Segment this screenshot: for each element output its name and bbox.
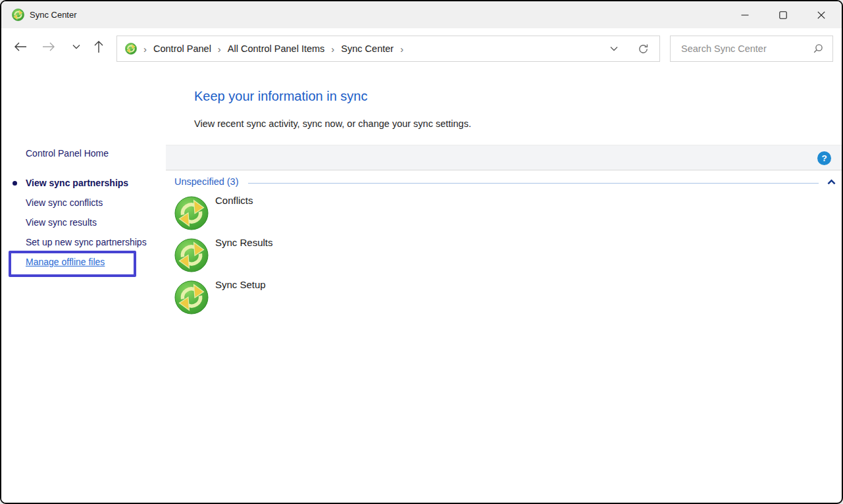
sync-center-app-icon <box>12 9 24 21</box>
refresh-icon <box>638 43 649 55</box>
breadcrumb-separator: › <box>137 43 153 55</box>
sidebar: Control Panel Home View sync partnership… <box>1 65 166 503</box>
breadcrumb: › Control Panel › All Control Panel Item… <box>116 36 660 62</box>
list-item-label: Conflicts <box>215 195 253 206</box>
sync-icon <box>174 280 209 315</box>
breadcrumb-item-all-control-panel-items[interactable]: All Control Panel Items <box>228 43 324 54</box>
titlebar: Sync Center <box>1 1 842 28</box>
sidebar-item-manage-offline-files[interactable]: Manage offline files <box>26 257 105 267</box>
collapse-group-button[interactable] <box>825 176 837 186</box>
sync-center-window: Sync Center › Cont <box>0 0 843 504</box>
help-icon: ? <box>821 153 827 163</box>
breadcrumb-item-sync-center[interactable]: Sync Center <box>341 43 394 54</box>
breadcrumb-separator: › <box>324 43 341 55</box>
search-box <box>670 36 833 62</box>
breadcrumb-item-control-panel[interactable]: Control Panel <box>153 43 211 54</box>
minimize-button[interactable] <box>726 1 764 28</box>
list-item-sync-setup[interactable]: Sync Setup <box>174 279 451 316</box>
close-icon <box>817 11 825 19</box>
breadcrumb-separator: › <box>211 43 228 55</box>
chevron-up-icon <box>827 178 836 185</box>
list-item-label: Sync Results <box>215 237 273 248</box>
sync-center-location-icon <box>125 43 137 55</box>
chevron-down-icon <box>72 44 80 49</box>
command-toolbar <box>166 145 842 170</box>
forward-arrow-icon <box>42 41 55 52</box>
maximize-button[interactable] <box>764 1 802 28</box>
previous-locations-button[interactable] <box>604 39 624 58</box>
forward-button[interactable] <box>38 38 60 56</box>
up-button[interactable] <box>88 38 110 56</box>
page-title: Keep your information in sync <box>194 89 367 104</box>
chevron-down-icon <box>610 46 618 51</box>
list-item-conflicts[interactable]: Conflicts <box>174 195 451 232</box>
list-item-label: Sync Setup <box>215 279 266 290</box>
recent-locations-button[interactable] <box>65 38 88 56</box>
window-title: Sync Center <box>30 10 77 20</box>
breadcrumb-separator: › <box>394 43 410 55</box>
page-subtitle: View recent sync activity, sync now, or … <box>194 118 471 129</box>
maximize-icon <box>779 11 787 19</box>
sync-icon <box>174 238 209 272</box>
group-header-unspecified: Unspecified (3) <box>174 176 239 187</box>
search-input[interactable] <box>671 43 813 54</box>
caption-buttons <box>726 1 840 28</box>
sidebar-item-view-sync-conflicts[interactable]: View sync conflicts <box>26 197 103 208</box>
sync-icon <box>174 196 209 230</box>
back-button[interactable] <box>9 38 32 56</box>
search-icon[interactable] <box>813 43 823 54</box>
sidebar-item-set-up-new-sync-partnerships[interactable]: Set up new sync partnerships <box>26 237 147 247</box>
refresh-button[interactable] <box>633 39 653 58</box>
sidebar-item-view-sync-results[interactable]: View sync results <box>26 217 97 228</box>
group-divider-line <box>248 183 819 184</box>
list-item-sync-results[interactable]: Sync Results <box>174 237 451 274</box>
help-button[interactable]: ? <box>817 151 831 165</box>
up-arrow-icon <box>93 40 104 53</box>
active-item-bullet-icon <box>13 181 17 186</box>
close-button[interactable] <box>802 1 840 28</box>
sidebar-item-view-sync-partnerships[interactable]: View sync partnerships <box>26 178 128 188</box>
sidebar-item-control-panel-home[interactable]: Control Panel Home <box>26 148 109 159</box>
navigation-bar: › Control Panel › All Control Panel Item… <box>1 28 842 65</box>
back-arrow-icon <box>14 41 27 52</box>
minimize-icon <box>741 11 749 19</box>
